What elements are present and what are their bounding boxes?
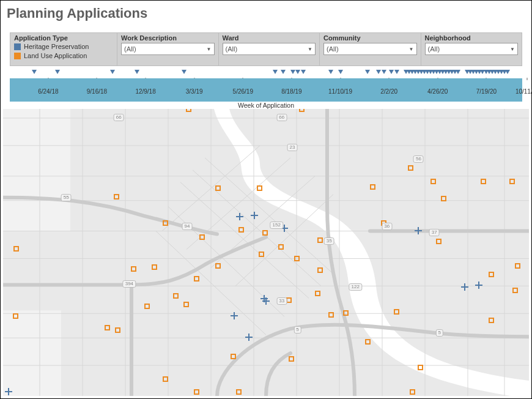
timeline-marker[interactable] [290,70,295,74]
timeline-marker[interactable] [456,70,460,74]
map-point-landuse[interactable] [328,312,334,318]
map-point-landuse[interactable] [315,291,320,296]
map-point-landuse[interactable] [259,252,264,257]
timeline-marker[interactable] [328,70,333,74]
map-point-landuse[interactable] [238,227,244,233]
map-point-heritage[interactable] [5,388,12,395]
map-point-landuse[interactable] [289,356,294,362]
map-point-landuse[interactable] [13,246,19,252]
map-point-landuse[interactable] [13,313,18,319]
map-point-landuse[interactable] [343,310,349,316]
map-point-landuse[interactable] [278,244,284,250]
legend-item-heritage[interactable]: Heritage Preservation [14,43,113,50]
map-point-landuse[interactable] [152,264,157,270]
caret-down-icon: ▼ [409,47,414,52]
map-point-landuse[interactable] [215,185,221,191]
timeline-marker[interactable] [281,70,286,74]
map-point-landuse[interactable] [410,389,415,395]
legend-swatch-landuse [14,53,21,59]
map-point-landuse[interactable] [194,276,199,282]
map-point-landuse[interactable] [441,196,446,201]
map-point-landuse[interactable] [481,179,486,184]
timeline-marker[interactable] [273,70,278,74]
timeline-marker[interactable] [505,70,510,74]
filter-ward: Ward (All) ▼ [219,33,320,65]
timeline-marker[interactable] [301,70,306,74]
map-point-heritage[interactable] [236,213,243,220]
map-point-landuse[interactable] [144,304,150,309]
map-point-landuse[interactable] [215,263,221,269]
filter-work-description-dropdown[interactable]: (All) ▼ [121,43,215,55]
map-point-landuse[interactable] [299,109,305,112]
map-point-landuse[interactable] [257,185,262,191]
map-overlay: 6666235694553736394152122355335 [3,109,529,396]
timeline-marker[interactable] [295,70,300,74]
timeline-tick-label: 5/26/19 [233,88,253,95]
map-point-landuse[interactable] [317,267,323,273]
map-point-heritage[interactable] [251,212,258,219]
map-point-landuse[interactable] [186,109,191,112]
map-point-landuse[interactable] [131,266,136,272]
map-point-landuse[interactable] [163,376,168,382]
timeline-band[interactable]: Week of Application 6/24/189/16/1812/9/1… [10,78,522,102]
map-point-landuse[interactable] [436,239,441,244]
map-point-heritage[interactable] [461,283,468,291]
filter-bar: Application Type Heritage Preservation L… [10,32,522,66]
highway-shield: 94 [182,223,193,230]
timeline-marker[interactable] [394,70,399,74]
timeline-marker[interactable] [135,70,139,74]
map-point-landuse[interactable] [489,318,494,323]
map-point-landuse[interactable] [430,179,436,184]
map-point-landuse[interactable] [115,327,120,333]
map-point-landuse[interactable] [408,165,413,171]
map-point-heritage[interactable] [415,227,422,234]
map-point-heritage[interactable] [231,312,238,319]
highway-shield: 35 [324,237,334,245]
map-point-landuse[interactable] [512,288,518,293]
highway-shield: 394 [123,280,136,288]
map-point-landuse[interactable] [294,256,300,261]
map[interactable]: 6666235694553736394152122355335 [3,109,529,396]
timeline-marker[interactable] [182,70,187,74]
map-point-heritage[interactable] [262,297,270,305]
map-point-landuse[interactable] [236,389,242,395]
map-point-landuse[interactable] [114,194,119,200]
filter-ward-dropdown[interactable]: (All) ▼ [223,43,316,55]
map-point-landuse[interactable] [489,272,494,277]
map-point-landuse[interactable] [105,325,110,330]
timeline-marker[interactable] [376,70,381,74]
map-point-heritage[interactable] [245,334,253,341]
map-point-landuse[interactable] [199,234,205,240]
timeline-marker[interactable] [338,70,343,74]
filter-neighborhood-dropdown[interactable]: (All) ▼ [425,43,519,55]
map-point-landuse[interactable] [262,230,268,236]
map-point-landuse[interactable] [183,302,189,307]
filter-neighborhood: Neighborhood (All) ▼ [421,33,522,65]
timeline-tick-label: 2/2/20 [380,88,397,95]
map-point-heritage[interactable] [475,282,482,289]
map-point-landuse[interactable] [365,339,371,345]
map-point-landuse[interactable] [515,263,520,269]
filter-community-dropdown[interactable]: (All) ▼ [323,43,417,55]
timeline-marker[interactable] [110,70,115,74]
timeline-tick-label: 8/18/19 [281,88,301,95]
timeline-marker[interactable] [389,70,394,74]
map-point-landuse[interactable] [163,220,168,226]
map-point-landuse[interactable] [509,179,515,184]
caret-down-icon: ▼ [308,47,312,52]
map-point-landuse[interactable] [418,365,423,370]
map-point-landuse[interactable] [394,309,399,315]
filter-community: Community (All) ▼ [320,33,421,65]
map-point-landuse[interactable] [194,389,199,395]
map-point-landuse[interactable] [370,184,375,190]
highway-shield: 36 [382,223,392,230]
map-point-landuse[interactable] [173,293,179,299]
map-point-landuse[interactable] [317,237,323,243]
map-point-landuse[interactable] [231,354,236,359]
timeline-marker[interactable] [55,70,60,74]
timeline[interactable]: Week of Application 6/24/189/16/1812/9/1… [10,70,522,102]
timeline-marker[interactable] [32,70,37,74]
timeline-marker[interactable] [365,70,370,74]
timeline-marker[interactable] [382,70,386,74]
legend-item-landuse[interactable]: Land Use Application [14,52,113,59]
